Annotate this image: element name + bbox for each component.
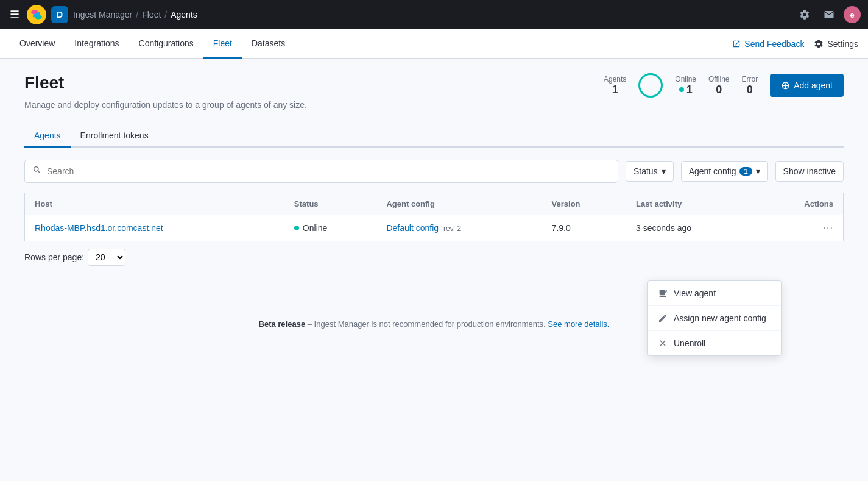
online-dot-icon [679, 87, 684, 92]
search-box[interactable] [24, 160, 618, 183]
unenroll-icon [658, 338, 668, 343]
tabs: Agents Enrollment tokens [24, 124, 844, 148]
topbar: ☰ D Ingest Manager / Fleet / Agents e [0, 0, 868, 29]
view-agent-label: View agent [674, 288, 716, 298]
fleet-title: Fleet [24, 73, 64, 93]
rows-per-page: Rows per page: 20 50 100 [24, 249, 844, 266]
config-link[interactable]: Default config [386, 223, 439, 233]
agent-host-link[interactable]: Rhodas-MBP.hsd1.or.comcast.net [35, 223, 163, 233]
config-rev: rev. 2 [443, 224, 461, 233]
status-online: Online [294, 223, 367, 233]
footer-bold: Beta release [259, 319, 306, 329]
secondnav-tabs: Overview Integrations Configurations Fle… [10, 29, 295, 58]
breadcrumb: Ingest Manager / Fleet / Agents [73, 10, 790, 20]
status-filter-button[interactable]: Status ▾ [626, 161, 674, 182]
plus-icon: ⊕ [781, 79, 790, 92]
context-menu: View agent Assign new agent config Unenr… [647, 280, 782, 343]
cell-agent-config: Default config rev. 2 [376, 215, 542, 241]
nav-integrations[interactable]: Integrations [65, 30, 129, 59]
status-dot-icon [294, 226, 299, 230]
col-last-activity: Last activity [626, 193, 758, 215]
breadcrumb-fleet[interactable]: Fleet [142, 10, 161, 20]
nav-configurations[interactable]: Configurations [129, 30, 203, 59]
col-status: Status [284, 193, 377, 215]
cell-actions: ··· [758, 215, 844, 241]
table-header: Host Status Agent config Version Last ac… [25, 193, 844, 215]
agents-circle-icon [638, 73, 663, 98]
secondnav-right: Send Feedback Settings [732, 39, 858, 49]
col-version: Version [542, 193, 626, 215]
context-menu-view-agent[interactable]: View agent [648, 281, 781, 305]
footer-text: – Ingest Manager is not recommended for … [308, 319, 548, 329]
stat-online: Online 1 [675, 75, 696, 96]
table-row: Rhodas-MBP.hsd1.or.comcast.net Online De… [25, 215, 844, 241]
topbar-actions: e [795, 5, 861, 24]
chevron-down-icon: ▾ [756, 166, 760, 176]
filters-row: Status ▾ Agent config 1 ▾ Show inactive [24, 160, 844, 183]
rows-per-page-select[interactable]: 20 50 100 [88, 249, 125, 266]
add-agent-button[interactable]: ⊕ Add agent [770, 74, 844, 97]
main-content: Fleet Agents 1 Online 1 Offline 0 Error [0, 59, 868, 280]
user-avatar[interactable]: e [844, 6, 861, 23]
chevron-down-icon: ▾ [662, 166, 666, 176]
elastic-logo [27, 5, 46, 24]
cell-last-activity: 3 seconds ago [626, 215, 758, 241]
mail-icon-btn[interactable] [819, 5, 839, 24]
unenroll-label: Unenroll [674, 338, 705, 343]
context-menu-assign-config[interactable]: Assign new agent config [648, 306, 781, 330]
nav-fleet[interactable]: Fleet [203, 30, 242, 59]
breadcrumb-ingest-manager[interactable]: Ingest Manager [73, 10, 132, 20]
cell-host: Rhodas-MBP.hsd1.or.comcast.net [25, 215, 284, 241]
breadcrumb-sep-1: / [136, 10, 138, 20]
fleet-subtitle: Manage and deploy configuration updates … [24, 100, 844, 110]
actions-menu-button[interactable]: ··· [767, 223, 833, 233]
show-inactive-button[interactable]: Show inactive [775, 161, 844, 182]
agent-config-badge: 1 [739, 167, 752, 176]
tab-agents[interactable]: Agents [24, 124, 71, 148]
tab-enrollment-tokens[interactable]: Enrollment tokens [71, 124, 158, 148]
settings-icon-btn[interactable] [795, 5, 814, 24]
agents-table: Host Status Agent config Version Last ac… [24, 193, 844, 241]
stat-error: Error 0 [741, 75, 758, 96]
breadcrumb-agents: Agents [171, 10, 197, 20]
agent-config-filter-button[interactable]: Agent config 1 ▾ [681, 161, 768, 182]
col-agent-config: Agent config [376, 193, 542, 215]
send-feedback-button[interactable]: Send Feedback [732, 39, 804, 49]
footer-link[interactable]: See more details. [548, 319, 609, 329]
stat-agents: Agents 1 [604, 75, 626, 96]
cell-status: Online [284, 215, 377, 241]
col-actions: Actions [758, 193, 844, 215]
col-host: Host [25, 193, 284, 215]
fleet-stats-area: Agents 1 Online 1 Offline 0 Error 0 ⊕ [604, 73, 844, 98]
assign-config-icon [658, 313, 668, 323]
context-menu-unenroll[interactable]: Unenroll [648, 331, 781, 343]
settings-button[interactable]: Settings [814, 39, 858, 49]
cell-version: 7.9.0 [542, 215, 626, 241]
stat-offline: Offline 0 [708, 75, 729, 96]
search-input[interactable] [47, 166, 610, 176]
view-agent-icon [658, 288, 668, 298]
nav-overview[interactable]: Overview [10, 30, 65, 59]
breadcrumb-sep-2: / [164, 10, 167, 20]
app-icon[interactable]: D [51, 6, 68, 23]
assign-config-label: Assign new agent config [674, 313, 766, 323]
fleet-header-left: Fleet [24, 73, 64, 93]
nav-datasets[interactable]: Datasets [242, 30, 295, 59]
menu-icon[interactable]: ☰ [7, 5, 22, 24]
secondnav: Overview Integrations Configurations Fle… [0, 29, 868, 59]
search-icon [32, 165, 42, 177]
